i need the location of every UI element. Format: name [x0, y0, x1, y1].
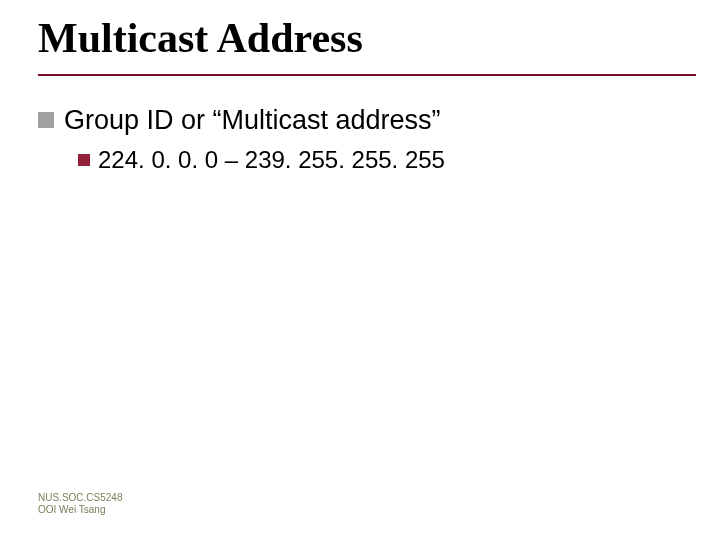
footer-line1: NUS.SOC.CS5248: [38, 492, 122, 504]
footer-line2: OOI Wei Tsang: [38, 504, 122, 516]
slide: Multicast Address Group ID or “Multicast…: [0, 0, 720, 540]
slide-footer: NUS.SOC.CS5248 OOI Wei Tsang: [38, 492, 122, 516]
square-bullet-icon: [78, 154, 90, 166]
slide-title: Multicast Address: [38, 14, 696, 76]
square-bullet-icon: [38, 112, 54, 128]
bullet-level1: Group ID or “Multicast address”: [38, 104, 696, 136]
bullet-level2: 224. 0. 0. 0 – 239. 255. 255. 255: [78, 146, 696, 175]
bullet-level2-text: 224. 0. 0. 0 – 239. 255. 255. 255: [98, 146, 445, 175]
slide-content: Group ID or “Multicast address” 224. 0. …: [38, 104, 696, 175]
bullet-level1-text: Group ID or “Multicast address”: [64, 104, 441, 136]
